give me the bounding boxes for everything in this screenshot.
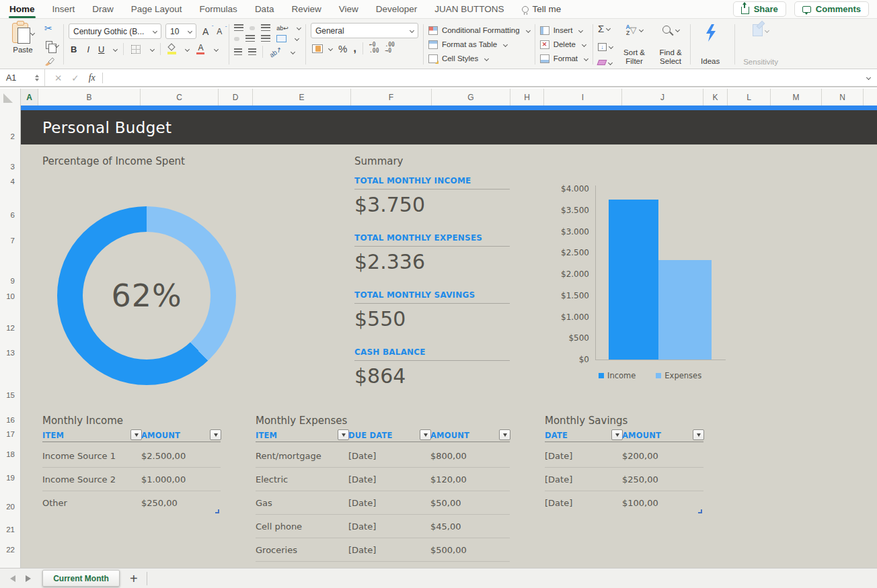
fill-color-dropdown-icon[interactable]	[185, 46, 190, 51]
filter-button-amount[interactable]	[210, 429, 221, 440]
decrease-indent-icon[interactable]	[234, 48, 242, 56]
column-header-k[interactable]: K	[703, 89, 728, 106]
paste-dropdown-icon[interactable]	[30, 30, 34, 35]
comma-style-icon[interactable]: ,	[353, 45, 356, 52]
font-name-select[interactable]: Century Gothic (B...	[69, 24, 161, 39]
sensitivity-button[interactable]: Sensitivity	[743, 23, 778, 66]
merge-dropdown-icon[interactable]	[295, 36, 299, 41]
column-header-h[interactable]: H	[510, 89, 544, 106]
orientation-icon[interactable]: ab↗	[268, 45, 283, 58]
comments-button[interactable]: Comments	[794, 1, 869, 17]
filter-button-item[interactable]	[338, 429, 349, 440]
row-header-9[interactable]: 9	[11, 277, 15, 285]
row-header-21[interactable]: 21	[6, 526, 15, 534]
table-resize-handle[interactable]	[698, 509, 702, 513]
sheet-tab-current-month[interactable]: Current Month	[42, 570, 120, 587]
row-header-20[interactable]: 20	[6, 503, 15, 511]
row-header-15[interactable]: 15	[6, 391, 15, 399]
row-header-22[interactable]: 22	[6, 546, 15, 554]
row-header-7[interactable]: 7	[11, 237, 15, 245]
format-painter-icon[interactable]	[44, 57, 55, 66]
format-cells-button[interactable]: Format	[540, 52, 588, 65]
table-row[interactable]: Groceries[Date]$500,00	[256, 538, 510, 561]
menu-item-insert[interactable]: Insert	[52, 4, 75, 14]
column-header-e[interactable]: E	[253, 89, 351, 106]
percent-style-icon[interactable]: %	[338, 43, 347, 54]
menu-item-data[interactable]: Data	[255, 4, 274, 14]
tell-me[interactable]: Tell me	[522, 4, 562, 14]
table-row[interactable]: Electric[Date]$120,00	[256, 467, 510, 491]
menu-item-page-layout[interactable]: Page Layout	[131, 4, 182, 14]
row-header-2[interactable]: 2	[11, 132, 15, 140]
align-center-icon[interactable]	[245, 35, 255, 42]
menu-item-draw[interactable]: Draw	[92, 4, 114, 14]
sort-filter-button[interactable]: AZ ▽ Sort & Filter	[618, 23, 650, 66]
conditional-formatting-button[interactable]: Conditional Formatting	[428, 24, 530, 37]
accounting-dropdown-icon[interactable]	[328, 46, 333, 50]
filter-button-date[interactable]	[611, 429, 623, 440]
column-header-m[interactable]: M	[771, 89, 822, 106]
table-row[interactable]: [Date]$250,00	[545, 467, 703, 491]
increase-indent-icon[interactable]	[248, 48, 256, 56]
column-header-a[interactable]: A	[21, 89, 38, 106]
row-header-3[interactable]: 3	[11, 163, 15, 171]
menu-item-juan-buttons[interactable]: JUAN BUTTONS	[434, 4, 504, 14]
bold-button[interactable]: B	[69, 44, 79, 54]
decrease-decimal-icon[interactable]: .00→0	[385, 42, 394, 54]
select-all-corner[interactable]	[0, 89, 21, 106]
row-header-19[interactable]: 19	[6, 474, 15, 482]
wrap-text-icon[interactable]: ab↩	[276, 25, 289, 32]
column-header-i[interactable]: I	[544, 89, 622, 106]
row-header-4[interactable]: 4	[11, 177, 15, 185]
row-header-16[interactable]: 16	[6, 416, 15, 424]
paste-button[interactable]: Paste	[5, 23, 40, 66]
borders-dropdown-icon[interactable]	[150, 46, 155, 51]
font-color-icon[interactable]: A	[195, 44, 206, 55]
filter-button-amount[interactable]	[499, 429, 510, 440]
column-header-n[interactable]: N	[822, 89, 864, 106]
font-color-dropdown-icon[interactable]	[214, 46, 219, 51]
menu-item-formulas[interactable]: Formulas	[200, 4, 237, 14]
table-row[interactable]: Other$250,00	[42, 491, 221, 514]
table-row[interactable]: [Date]$100,00	[545, 491, 703, 514]
fill-color-icon[interactable]	[167, 44, 177, 54]
menu-item-home[interactable]: Home	[9, 4, 35, 14]
table-row[interactable]: Rent/mortgage[Date]$800,00	[256, 444, 510, 467]
column-header-f[interactable]: F	[351, 89, 432, 106]
row-header-13[interactable]: 13	[6, 349, 15, 357]
donut-chart[interactable]: 62%	[57, 206, 236, 385]
underline-dropdown-icon[interactable]	[113, 46, 118, 51]
filter-button-due-date[interactable]	[420, 429, 431, 440]
align-bottom-icon[interactable]	[261, 24, 270, 32]
increase-decimal-icon[interactable]: ←0.00	[369, 42, 379, 54]
align-middle-icon[interactable]	[250, 26, 255, 30]
next-sheet-arrow[interactable]	[26, 575, 31, 582]
add-sheet-button[interactable]: +	[130, 572, 138, 585]
delete-cells-button[interactable]: Delete	[540, 38, 588, 51]
bar-chart[interactable]: IncomeExpenses $0$500$1.000$1.500$2.000$…	[538, 181, 726, 390]
merge-center-icon[interactable]	[276, 35, 287, 42]
column-header-j[interactable]: J	[622, 89, 703, 106]
find-select-button[interactable]: Find & Select	[656, 23, 685, 66]
row-header-12[interactable]: 12	[6, 324, 15, 332]
table-row[interactable]: Income Source 1$2.500,00	[42, 444, 221, 467]
insert-function-icon[interactable]: fx	[89, 73, 96, 83]
table-row[interactable]: Gas[Date]$50,00	[256, 491, 510, 514]
menu-item-view[interactable]: View	[339, 4, 358, 14]
share-button[interactable]: Share	[733, 1, 786, 17]
wrap-text-dropdown-icon[interactable]	[297, 26, 301, 30]
column-header-g[interactable]: G	[432, 89, 510, 106]
table-row[interactable]: Income Source 2$1.000,00	[42, 467, 221, 491]
cell-styles-button[interactable]: Cell Styles	[428, 52, 530, 65]
number-format-select[interactable]: General	[311, 23, 418, 38]
cancel-entry-icon[interactable]: ✕	[54, 73, 62, 83]
name-box-spinner[interactable]	[35, 75, 39, 81]
copy-dropdown-icon[interactable]	[54, 42, 59, 47]
font-size-select[interactable]: 10	[165, 24, 196, 39]
column-header-c[interactable]: C	[141, 89, 219, 106]
ideas-button[interactable]: Ideas	[695, 23, 725, 66]
align-right-icon[interactable]	[261, 35, 270, 42]
column-header-b[interactable]: B	[38, 89, 141, 106]
worksheet[interactable]: Personal Budget Percentage of Income Spe…	[21, 106, 877, 568]
underline-button[interactable]: U	[98, 44, 105, 54]
